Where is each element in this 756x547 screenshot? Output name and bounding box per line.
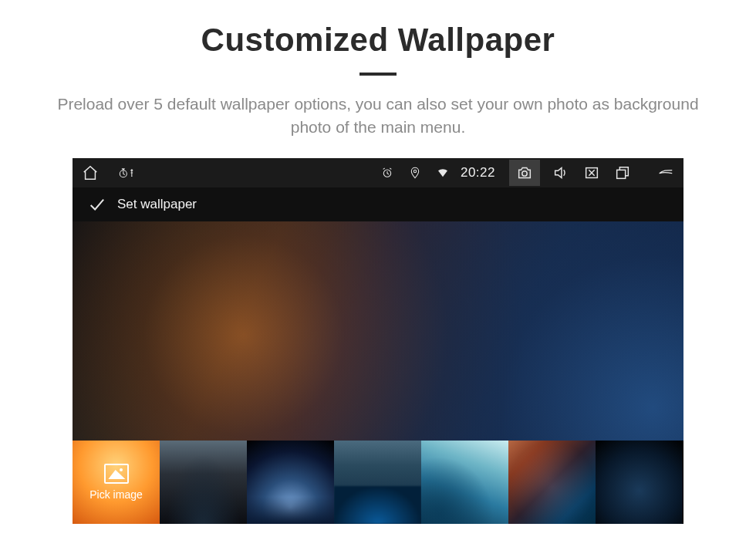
timer-usb-icon: [117, 163, 137, 183]
camera-icon: [515, 163, 535, 183]
secondary-bar: Set wallpaper: [73, 187, 683, 221]
clock-time: 20:22: [461, 165, 495, 181]
title-divider: [359, 73, 397, 76]
page-title: Customized Wallpaper: [15, 22, 741, 59]
wallpaper-preview[interactable]: [73, 221, 683, 441]
recent-apps-icon[interactable]: [613, 163, 633, 183]
wallpaper-thumb[interactable]: [508, 441, 596, 524]
wallpaper-thumb[interactable]: [596, 441, 683, 524]
set-wallpaper-label: Set wallpaper: [117, 197, 197, 212]
wallpaper-thumb[interactable]: [247, 441, 334, 524]
device-screen: 20:22 Set wallpaper: [73, 158, 683, 524]
wallpaper-thumb[interactable]: [421, 441, 508, 524]
camera-button[interactable]: [509, 160, 540, 186]
status-bar: 20:22: [73, 158, 683, 187]
home-icon[interactable]: [80, 163, 100, 183]
wallpaper-thumbnail-strip: Pick image: [73, 441, 683, 524]
close-box-icon[interactable]: [582, 163, 602, 183]
svg-rect-5: [617, 170, 626, 178]
volume-icon[interactable]: [551, 163, 571, 183]
location-icon: [405, 163, 425, 183]
pick-image-button[interactable]: Pick image: [73, 441, 160, 524]
checkmark-icon[interactable]: [86, 194, 106, 214]
svg-point-2: [413, 170, 416, 172]
back-icon[interactable]: [656, 163, 676, 183]
wallpaper-thumb[interactable]: [334, 441, 421, 524]
pick-image-label: Pick image: [89, 488, 142, 501]
image-icon: [104, 464, 129, 484]
svg-point-3: [522, 171, 527, 176]
alarm-icon: [377, 163, 397, 183]
wallpaper-thumb[interactable]: [160, 441, 247, 524]
page-subtitle: Preload over 5 default wallpaper options…: [15, 93, 741, 140]
wifi-icon: [433, 163, 453, 183]
